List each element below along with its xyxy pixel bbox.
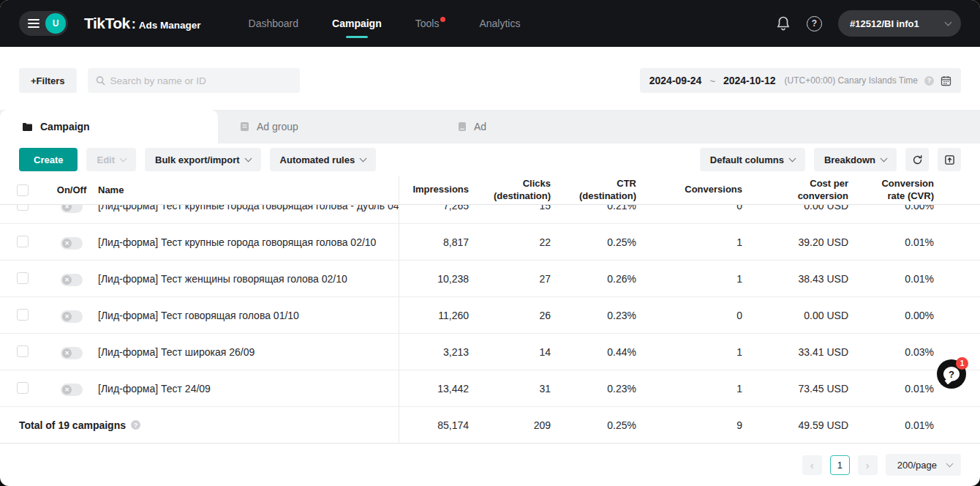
logo-note-icon: :	[132, 17, 136, 32]
clicks-cell: 27	[469, 273, 551, 285]
chevron-down-icon	[360, 155, 367, 162]
account-name: #12512/BI info1	[850, 18, 919, 29]
search-box[interactable]	[88, 68, 300, 93]
tab-ad-group[interactable]: Ad group	[218, 110, 436, 143]
notifications-button[interactable]	[776, 15, 791, 31]
row-checkbox[interactable]	[17, 345, 29, 357]
tab-ad-label: Ad	[474, 121, 486, 132]
conversions-cell: 1	[636, 346, 742, 358]
clicks-cell: 31	[469, 383, 551, 395]
automated-rules-button[interactable]: Automated rules	[270, 148, 377, 171]
search-input[interactable]	[110, 75, 292, 86]
nav-item-tools[interactable]: Tools	[399, 0, 463, 47]
campaign-name-link[interactable]: [Лид-форма] Тест широкая 26/09	[98, 346, 399, 358]
chevron-down-icon	[788, 155, 796, 162]
help-button[interactable]: ?	[807, 16, 822, 31]
impressions-cell: 3,213	[399, 346, 469, 358]
cvr-column-header[interactable]: Conversionrate (CVR)	[848, 178, 934, 202]
total-cost-per-conversion: 49.59 USD	[742, 419, 848, 431]
filters-bar: +Filters 2024-09-24 ~ 2024-10-12 (UTC+00…	[0, 47, 980, 110]
campaign-name-link[interactable]: [Лид-форма] Тест женщины говорящая голов…	[98, 273, 399, 285]
nav-item-analytics[interactable]: Analytics	[462, 0, 537, 47]
cost-per-conversion-cell: 38.43 USD	[742, 273, 848, 285]
next-page-button[interactable]: ›	[858, 455, 878, 475]
default-columns-button[interactable]: Default columns	[700, 148, 805, 171]
page-size-select[interactable]: 200/page	[886, 454, 961, 476]
campaign-table: On/Off Name Impressions Clicks(destinati…	[0, 176, 980, 444]
ctr-column-header[interactable]: CTR(destination)	[551, 178, 636, 202]
create-button[interactable]: Create	[19, 148, 78, 171]
row-checkbox[interactable]	[17, 236, 29, 247]
onoff-toggle[interactable]: ✕	[61, 310, 83, 323]
prev-page-button[interactable]: ‹	[802, 455, 822, 475]
cost-per-conversion-cell: 73.45 USD	[742, 383, 848, 395]
account-selector[interactable]: #12512/BI info1	[838, 10, 961, 37]
fixed-column-divider	[399, 176, 399, 444]
impressions-cell: 8,817	[399, 236, 469, 248]
onoff-toggle[interactable]: ✕	[61, 347, 83, 359]
clicks-column-header[interactable]: Clicks(destination)	[469, 178, 551, 202]
ad-group-icon	[240, 122, 249, 132]
total-impressions: 85,174	[399, 419, 469, 431]
campaign-folder-icon	[22, 122, 33, 132]
calendar-icon	[941, 75, 951, 86]
tab-campaign[interactable]: Campaign	[0, 110, 218, 143]
conversions-cell: 1	[636, 383, 742, 395]
tab-ad-group-label: Ad group	[257, 121, 298, 132]
chevron-down-icon	[244, 155, 252, 162]
toggle-off-knob: ✕	[62, 348, 72, 358]
main-menu-pill[interactable]: U	[19, 11, 68, 36]
toggle-off-knob: ✕	[62, 385, 72, 395]
nav-item-dashboard[interactable]: Dashboard	[232, 0, 316, 47]
total-info-icon: ?	[131, 420, 140, 430]
total-cvr: 0.01%	[848, 419, 934, 431]
campaign-name-link[interactable]: [Лид-форма] Тест крупные города говоряща…	[98, 236, 399, 248]
row-checkbox[interactable]	[17, 272, 29, 284]
date-range-picker[interactable]: 2024-09-24 ~ 2024-10-12 (UTC+00:00) Cana…	[640, 68, 961, 93]
onoff-toggle[interactable]: ✕	[61, 384, 83, 396]
cvr-cell: 0.00%	[848, 310, 934, 321]
conversions-cell: 0	[636, 310, 742, 321]
table-row: ✕ [Лид-форма] Тест крупные города говоря…	[0, 224, 980, 261]
onoff-toggle[interactable]: ✕	[61, 274, 83, 286]
table-total-row: Total of 19 campaigns ? 85,174 209 0.25%…	[0, 407, 980, 444]
cost-per-conversion-column-header[interactable]: Cost perconversion	[742, 178, 848, 202]
ctr-cell: 0.26%	[551, 273, 636, 285]
filters-button[interactable]: +Filters	[19, 68, 77, 93]
support-chat-button[interactable]: ? 1	[937, 359, 966, 389]
breakdown-button[interactable]: Breakdown	[814, 148, 897, 171]
onoff-toggle[interactable]: ✕	[61, 237, 83, 250]
onoff-column-header: On/Off	[45, 184, 98, 195]
ads-manager-window: U TikTok : Ads Manager Dashboard Campaig…	[0, 0, 980, 486]
cost-per-conversion-cell: 0.00 USD	[742, 310, 848, 321]
toggle-off-knob: ✕	[62, 275, 72, 285]
logo-ads-manager: Ads Manager	[139, 20, 201, 31]
bulk-export-import-button[interactable]: Bulk export/import	[145, 148, 261, 171]
nav-item-campaign[interactable]: Campaign	[315, 0, 399, 47]
edit-button[interactable]: Edit	[86, 148, 136, 171]
tab-ad[interactable]: Ad	[436, 110, 654, 143]
user-avatar[interactable]: U	[45, 13, 66, 34]
chevron-down-icon	[946, 460, 954, 468]
table-row: ✕ [Лид-форма] Тест говорящая голова 01/1…	[0, 297, 980, 334]
clicks-cell: 26	[469, 310, 551, 321]
total-conversions: 9	[636, 419, 742, 431]
hamburger-icon[interactable]	[28, 19, 39, 28]
campaign-name-link[interactable]: [Лид-форма] Тест говорящая голова 01/10	[98, 310, 399, 321]
campaign-name-link[interactable]: [Лид-форма] Тест 24/09	[98, 383, 399, 395]
clicks-cell: 14	[469, 346, 551, 358]
conversions-column-header[interactable]: Conversions	[636, 184, 742, 195]
select-all-checkbox[interactable]	[17, 184, 29, 196]
table-header-row: On/Off Name Impressions Clicks(destinati…	[0, 176, 980, 205]
current-page-button[interactable]: 1	[830, 455, 850, 475]
chat-question-icon: ?	[943, 367, 960, 381]
timezone-label: (UTC+00:00) Canary Islands Time	[785, 75, 918, 86]
impressions-column-header[interactable]: Impressions	[399, 184, 469, 195]
chat-badge: 1	[956, 357, 968, 370]
row-checkbox[interactable]	[17, 309, 29, 321]
tab-campaign-label: Campaign	[40, 121, 90, 132]
refresh-button[interactable]	[905, 148, 929, 171]
row-checkbox[interactable]	[17, 382, 29, 394]
export-button[interactable]	[938, 148, 961, 171]
help-icon: ?	[807, 16, 822, 31]
